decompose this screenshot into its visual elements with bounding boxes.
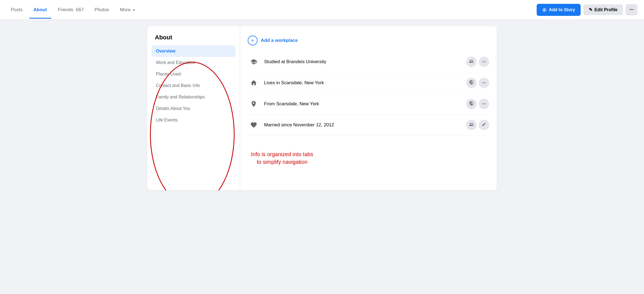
- hometown-more-button[interactable]: ···: [479, 99, 489, 109]
- tab-more[interactable]: More ▾: [116, 1, 139, 19]
- tab-about[interactable]: About: [29, 1, 51, 19]
- sidebar-item-life-events[interactable]: Life Events: [152, 114, 235, 126]
- pencil-icon: ✎: [589, 7, 592, 12]
- education-text: Studied at Brandeis University: [264, 59, 462, 65]
- annotation-line1: Info is organized into tabs: [251, 150, 313, 158]
- education-audience-button[interactable]: [466, 57, 477, 67]
- sidebar-title: About: [152, 32, 235, 43]
- home-icon: [248, 77, 260, 89]
- sidebar-item-places-lived[interactable]: Places Lived: [152, 68, 235, 80]
- tab-friends-label: Friends: [58, 7, 73, 12]
- sidebar-item-details-about-you[interactable]: Details About You: [152, 103, 235, 114]
- sidebar-places-lived-label: Places Lived: [156, 72, 181, 76]
- dots-icon-2: ···: [482, 80, 486, 86]
- ellipsis-icon: ···: [630, 7, 634, 13]
- people-icon: [469, 59, 474, 65]
- sidebar-item-contact-basic-info[interactable]: Contact and Basic Info: [152, 80, 235, 91]
- add-to-story-button[interactable]: ⊕ Add to Story: [537, 4, 581, 16]
- info-row-hometown: From Scarsdale, New York ···: [248, 94, 489, 115]
- heart-icon: [248, 119, 260, 131]
- globe-icon: [469, 80, 474, 86]
- edit-pencil-icon: [482, 122, 486, 128]
- nav-actions: ⊕ Add to Story ✎ Edit Profile ···: [537, 4, 637, 16]
- tab-photos[interactable]: Photos: [90, 1, 113, 19]
- add-workplace-icon: +: [248, 36, 258, 45]
- globe-icon-2: [469, 101, 474, 107]
- people-icon-2: [469, 122, 474, 128]
- tab-photos-label: Photos: [94, 7, 109, 12]
- top-navigation: Posts About Friends 667 Photos More ▾ ⊕ …: [0, 0, 644, 20]
- info-row-education: Studied at Brandeis University ···: [248, 51, 489, 72]
- plus-circle-icon: +: [251, 37, 254, 44]
- dots-icon-3: ···: [482, 101, 486, 107]
- map-pin-icon: [248, 98, 260, 110]
- current-city-text: Lives in Scarsdale, New York: [264, 80, 462, 86]
- tab-friends[interactable]: Friends 667: [54, 1, 88, 19]
- tab-posts[interactable]: Posts: [7, 1, 27, 19]
- relationship-actions: [466, 120, 489, 130]
- hometown-text: From Scarsdale, New York: [264, 101, 462, 107]
- add-story-label: Add to Story: [549, 7, 575, 12]
- sidebar-overview-label: Overview: [156, 49, 175, 53]
- info-row-current-city: Lives in Scarsdale, New York ···: [248, 72, 489, 94]
- hometown-actions: ···: [466, 99, 489, 109]
- add-workplace-label[interactable]: Add a workplace: [261, 38, 298, 43]
- edit-profile-button[interactable]: ✎ Edit Profile: [583, 4, 623, 15]
- annotation-text: Info is organized into tabs to simplify …: [251, 150, 313, 166]
- nav-more-button[interactable]: ···: [626, 4, 637, 15]
- add-story-plus-icon: ⊕: [542, 7, 547, 13]
- info-row-relationship: Married since November 12, 2012: [248, 115, 489, 136]
- sidebar-details-label: Details About You: [156, 106, 190, 111]
- hometown-audience-button[interactable]: [466, 99, 477, 109]
- dots-icon: ···: [482, 59, 486, 65]
- edit-profile-label: Edit Profile: [595, 7, 618, 12]
- sidebar-work-education-label: Work and Education: [156, 60, 195, 65]
- tab-more-label: More: [120, 7, 131, 12]
- tab-posts-label: Posts: [11, 7, 23, 12]
- annotation-line2: to simplify navigation: [251, 158, 313, 166]
- sidebar-life-events-label: Life Events: [156, 118, 178, 122]
- sidebar-item-work-education[interactable]: Work and Education: [152, 57, 235, 68]
- more-dropdown-arrow: ▾: [133, 8, 135, 12]
- relationship-edit-button[interactable]: [479, 120, 489, 130]
- tab-about-label: About: [34, 7, 47, 12]
- main-content: About Overview Work and Education Places…: [131, 20, 513, 197]
- sidebar-contact-info-label: Contact and Basic Info: [156, 83, 200, 88]
- current-city-actions: ···: [466, 78, 489, 88]
- add-workplace-row[interactable]: + Add a workplace: [248, 32, 489, 49]
- graduation-cap-icon: [248, 56, 260, 68]
- friends-count-badge: 667: [76, 7, 84, 12]
- about-content-area: + Add a workplace Studied at Brandeis Un…: [240, 26, 497, 190]
- about-sidebar: About Overview Work and Education Places…: [147, 26, 240, 190]
- about-card: About Overview Work and Education Places…: [147, 26, 497, 190]
- relationship-audience-button[interactable]: [466, 120, 477, 130]
- current-city-more-button[interactable]: ···: [479, 78, 489, 88]
- sidebar-family-label: Family and Relationships: [156, 95, 205, 99]
- education-actions: ···: [466, 57, 489, 67]
- relationship-text: Married since November 12, 2012: [264, 122, 462, 128]
- sidebar-item-family-relationships[interactable]: Family and Relationships: [152, 91, 235, 103]
- nav-tabs-container: Posts About Friends 667 Photos More ▾: [7, 1, 537, 19]
- sidebar-item-overview[interactable]: Overview: [152, 45, 235, 57]
- current-city-audience-button[interactable]: [466, 78, 477, 88]
- education-more-button[interactable]: ···: [479, 57, 489, 67]
